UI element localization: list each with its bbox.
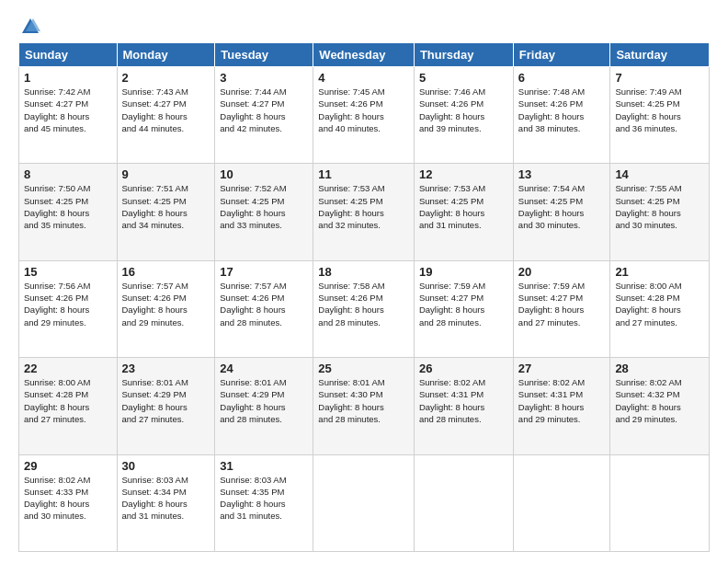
day-info: Sunrise: 7:57 AM Sunset: 4:26 PM Dayligh…: [220, 280, 308, 328]
day-info: Sunrise: 8:01 AM Sunset: 4:29 PM Dayligh…: [220, 376, 308, 425]
calendar-header-tuesday: Tuesday: [215, 43, 313, 67]
calendar-cell: 30Sunrise: 8:03 AM Sunset: 4:34 PM Dayli…: [117, 454, 215, 551]
day-number: 24: [220, 362, 308, 375]
calendar-cell: 16Sunrise: 7:57 AM Sunset: 4:26 PM Dayli…: [117, 260, 215, 357]
calendar-header-friday: Friday: [513, 43, 610, 67]
day-info: Sunrise: 7:42 AM Sunset: 4:27 PM Dayligh…: [24, 86, 112, 134]
calendar-cell: 19Sunrise: 7:59 AM Sunset: 4:27 PM Dayli…: [414, 260, 513, 357]
calendar-cell: [313, 454, 415, 551]
calendar-cell: 4Sunrise: 7:45 AM Sunset: 4:26 PM Daylig…: [313, 67, 415, 164]
day-info: Sunrise: 7:56 AM Sunset: 4:26 PM Dayligh…: [24, 280, 112, 328]
day-number: 1: [24, 71, 112, 85]
day-number: 8: [24, 167, 112, 181]
day-info: Sunrise: 7:58 AM Sunset: 4:26 PM Dayligh…: [318, 280, 409, 328]
day-info: Sunrise: 7:48 AM Sunset: 4:26 PM Dayligh…: [518, 86, 606, 134]
day-number: 2: [122, 71, 210, 85]
calendar-cell: 3Sunrise: 7:44 AM Sunset: 4:27 PM Daylig…: [215, 67, 313, 164]
day-info: Sunrise: 7:46 AM Sunset: 4:26 PM Dayligh…: [419, 86, 508, 134]
day-info: Sunrise: 7:52 AM Sunset: 4:25 PM Dayligh…: [220, 182, 308, 231]
calendar-cell: 8Sunrise: 7:50 AM Sunset: 4:25 PM Daylig…: [19, 164, 118, 260]
day-number: 7: [615, 71, 704, 85]
calendar-cell: 13Sunrise: 7:54 AM Sunset: 4:25 PM Dayli…: [513, 164, 610, 260]
calendar-cell: 25Sunrise: 8:01 AM Sunset: 4:30 PM Dayli…: [313, 358, 415, 454]
day-number: 11: [318, 167, 409, 181]
calendar-cell: 11Sunrise: 7:53 AM Sunset: 4:25 PM Dayli…: [313, 164, 415, 260]
day-info: Sunrise: 7:55 AM Sunset: 4:25 PM Dayligh…: [615, 182, 704, 231]
day-number: 21: [615, 265, 704, 279]
day-number: 18: [318, 265, 409, 279]
day-info: Sunrise: 7:53 AM Sunset: 4:25 PM Dayligh…: [419, 182, 508, 231]
day-info: Sunrise: 8:00 AM Sunset: 4:28 PM Dayligh…: [24, 376, 112, 425]
day-number: 10: [220, 167, 308, 181]
day-info: Sunrise: 8:02 AM Sunset: 4:32 PM Dayligh…: [615, 376, 704, 425]
calendar-cell: 1Sunrise: 7:42 AM Sunset: 4:27 PM Daylig…: [19, 67, 118, 164]
calendar-week-2: 8Sunrise: 7:50 AM Sunset: 4:25 PM Daylig…: [19, 164, 710, 260]
day-number: 20: [518, 265, 606, 279]
calendar-cell: 6Sunrise: 7:48 AM Sunset: 4:26 PM Daylig…: [513, 67, 610, 164]
calendar-cell: 15Sunrise: 7:56 AM Sunset: 4:26 PM Dayli…: [19, 260, 118, 357]
calendar-header-row: SundayMondayTuesdayWednesdayThursdayFrid…: [19, 43, 710, 67]
day-info: Sunrise: 7:54 AM Sunset: 4:25 PM Dayligh…: [518, 182, 606, 231]
day-info: Sunrise: 7:49 AM Sunset: 4:25 PM Dayligh…: [615, 86, 704, 134]
calendar-cell: 10Sunrise: 7:52 AM Sunset: 4:25 PM Dayli…: [215, 164, 313, 260]
calendar-cell: [414, 454, 513, 551]
calendar-cell: 18Sunrise: 7:58 AM Sunset: 4:26 PM Dayli…: [313, 260, 415, 357]
day-info: Sunrise: 8:02 AM Sunset: 4:31 PM Dayligh…: [419, 376, 508, 425]
day-info: Sunrise: 8:00 AM Sunset: 4:28 PM Dayligh…: [615, 280, 704, 328]
calendar-week-1: 1Sunrise: 7:42 AM Sunset: 4:27 PM Daylig…: [19, 67, 710, 164]
calendar-cell: 24Sunrise: 8:01 AM Sunset: 4:29 PM Dayli…: [215, 358, 313, 454]
calendar-cell: 29Sunrise: 8:02 AM Sunset: 4:33 PM Dayli…: [19, 454, 118, 551]
day-number: 29: [24, 459, 112, 473]
calendar-header-wednesday: Wednesday: [313, 43, 415, 67]
calendar-cell: 23Sunrise: 8:01 AM Sunset: 4:29 PM Dayli…: [117, 358, 215, 454]
calendar-week-5: 29Sunrise: 8:02 AM Sunset: 4:33 PM Dayli…: [19, 454, 710, 551]
day-info: Sunrise: 7:59 AM Sunset: 4:27 PM Dayligh…: [518, 280, 606, 328]
calendar-cell: 12Sunrise: 7:53 AM Sunset: 4:25 PM Dayli…: [414, 164, 513, 260]
day-number: 26: [419, 362, 508, 375]
page: SundayMondayTuesdayWednesdayThursdayFrid…: [0, 0, 728, 563]
day-info: Sunrise: 7:57 AM Sunset: 4:26 PM Dayligh…: [122, 280, 210, 328]
day-info: Sunrise: 7:59 AM Sunset: 4:27 PM Dayligh…: [419, 280, 508, 328]
header: [18, 17, 710, 33]
calendar-table: SundayMondayTuesdayWednesdayThursdayFrid…: [18, 42, 710, 552]
day-info: Sunrise: 8:02 AM Sunset: 4:33 PM Dayligh…: [24, 474, 112, 523]
calendar-cell: 7Sunrise: 7:49 AM Sunset: 4:25 PM Daylig…: [610, 67, 710, 164]
day-number: 31: [220, 459, 308, 473]
day-number: 28: [615, 362, 704, 375]
calendar-header-monday: Monday: [117, 43, 215, 67]
day-number: 9: [122, 167, 210, 181]
calendar-header-sunday: Sunday: [19, 43, 118, 67]
day-number: 16: [122, 265, 210, 279]
day-info: Sunrise: 7:45 AM Sunset: 4:26 PM Dayligh…: [318, 86, 409, 134]
calendar-header-thursday: Thursday: [414, 43, 513, 67]
calendar-week-3: 15Sunrise: 7:56 AM Sunset: 4:26 PM Dayli…: [19, 260, 710, 357]
day-info: Sunrise: 7:53 AM Sunset: 4:25 PM Dayligh…: [318, 182, 409, 231]
day-info: Sunrise: 7:43 AM Sunset: 4:27 PM Dayligh…: [122, 86, 210, 134]
calendar-cell: 2Sunrise: 7:43 AM Sunset: 4:27 PM Daylig…: [117, 67, 215, 164]
day-info: Sunrise: 7:51 AM Sunset: 4:25 PM Dayligh…: [122, 182, 210, 231]
day-number: 14: [615, 167, 704, 181]
day-info: Sunrise: 7:44 AM Sunset: 4:27 PM Dayligh…: [220, 86, 308, 134]
calendar-week-4: 22Sunrise: 8:00 AM Sunset: 4:28 PM Dayli…: [19, 358, 710, 454]
day-number: 27: [518, 362, 606, 375]
day-info: Sunrise: 8:03 AM Sunset: 4:35 PM Dayligh…: [220, 474, 308, 523]
logo-icon: [20, 17, 40, 37]
day-number: 12: [419, 167, 508, 181]
calendar-cell: 21Sunrise: 8:00 AM Sunset: 4:28 PM Dayli…: [610, 260, 710, 357]
day-info: Sunrise: 8:03 AM Sunset: 4:34 PM Dayligh…: [122, 474, 210, 523]
day-number: 25: [318, 362, 409, 375]
day-number: 15: [24, 265, 112, 279]
day-info: Sunrise: 8:01 AM Sunset: 4:29 PM Dayligh…: [122, 376, 210, 425]
calendar-cell: [513, 454, 610, 551]
calendar-cell: 28Sunrise: 8:02 AM Sunset: 4:32 PM Dayli…: [610, 358, 710, 454]
calendar-cell: 20Sunrise: 7:59 AM Sunset: 4:27 PM Dayli…: [513, 260, 610, 357]
calendar-cell: 31Sunrise: 8:03 AM Sunset: 4:35 PM Dayli…: [215, 454, 313, 551]
day-number: 13: [518, 167, 606, 181]
calendar-cell: [610, 454, 710, 551]
calendar-cell: 5Sunrise: 7:46 AM Sunset: 4:26 PM Daylig…: [414, 67, 513, 164]
day-number: 6: [518, 71, 606, 85]
day-number: 4: [318, 71, 409, 85]
day-number: 30: [122, 459, 210, 473]
day-info: Sunrise: 8:01 AM Sunset: 4:30 PM Dayligh…: [318, 376, 409, 425]
calendar-cell: 22Sunrise: 8:00 AM Sunset: 4:28 PM Dayli…: [19, 358, 118, 454]
